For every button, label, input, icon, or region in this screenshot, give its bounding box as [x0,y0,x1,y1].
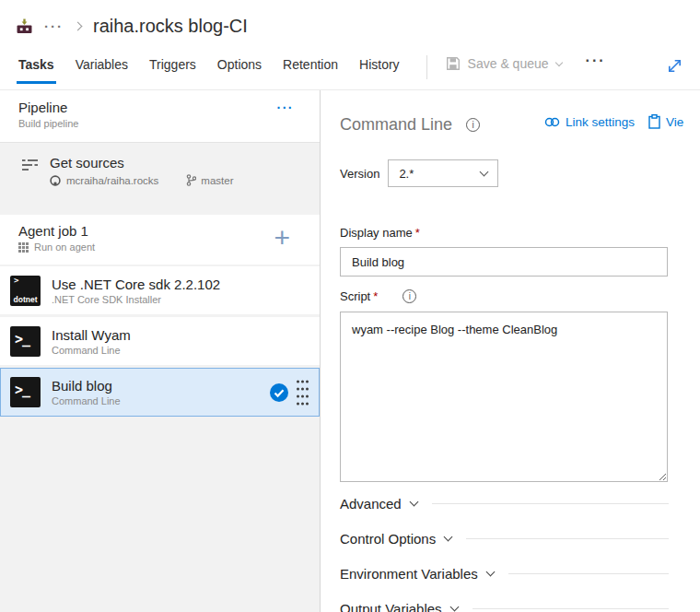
task-drag-handle[interactable] [296,377,309,408]
command-bar: Tasks Variables Triggers Options Retenti… [0,52,700,90]
version-dropdown[interactable]: 2.* [388,159,498,187]
display-name-label: Display name* [340,226,700,240]
pipeline-tree-panel: Pipeline Build pipeline ··· Get sources [0,90,321,612]
link-settings-button[interactable]: Link settings [544,115,635,129]
section-control-options[interactable]: Control Options [340,521,700,556]
terminal-icon: >_ [10,377,41,407]
task-title: Build blog [52,378,266,394]
chevron-down-icon [444,532,453,541]
save-queue-dropdown-chevron-icon[interactable] [554,58,562,65]
breadcrumb: ··· raiha.rocks blog-CI [0,0,700,52]
chevron-down-icon [409,497,418,506]
get-sources-node[interactable]: Get sources mcraiha/raiha.rocks [0,143,320,204]
task-subtitle: Command Line [52,395,266,406]
clipboard-icon [648,114,660,129]
section-output-variables[interactable]: Output Variables [340,591,700,612]
panel-gap [0,204,320,215]
pipeline-more-button[interactable]: ··· [277,101,295,114]
task-type-header: Command Line [340,115,452,135]
fullscreen-button[interactable] [666,57,683,75]
view-yaml-button[interactable]: Vie [648,114,683,129]
tab-tasks[interactable]: Tasks [17,52,56,84]
get-sources-title: Get sources [50,155,234,171]
version-value: 2.* [399,167,414,181]
main-split: Pipeline Build pipeline ··· Get sources [0,90,700,612]
section-environment-variables[interactable]: Environment Variables [340,556,700,591]
section-advanced[interactable]: Advanced [340,486,700,521]
dotnet-icon: > dotnet [10,276,41,306]
script-info-icon[interactable]: i [402,289,416,303]
required-marker: * [415,226,420,240]
display-name-input[interactable] [340,247,668,277]
script-label: Script* [340,289,378,303]
task-row-build-blog[interactable]: >_ Build blog Command Line [0,368,320,417]
section-divider [466,538,669,539]
section-divider [472,608,669,609]
pipeline-title: Pipeline [18,100,305,115]
task-row-dotnet-sdk[interactable]: > dotnet Use .NET Core sdk 2.2.102 .NET … [0,266,320,314]
agent-job-subtitle: Run on agent [34,241,95,253]
script-input[interactable]: wyam --recipe Blog --theme CleanBlog [340,312,668,482]
required-marker: * [373,289,378,303]
save-and-queue-button[interactable]: Save & queue [446,56,562,71]
task-title: Use .NET Core sdk 2.2.102 [52,277,319,292]
task-subtitle: .NET Core SDK Installer [52,294,319,305]
version-label: Version [340,167,379,181]
agent-job-title: Agent job 1 [18,223,305,239]
chevron-down-icon [480,168,489,177]
breadcrumb-more-button[interactable]: ··· [44,19,64,33]
task-selected-check-icon[interactable] [270,383,288,402]
pipeline-subtitle: Build pipeline [18,118,305,129]
save-icon [446,56,461,71]
sources-list-icon [22,159,39,204]
breadcrumb-chevron-icon [74,21,83,30]
page-title: raiha.rocks blog-CI [93,16,248,37]
link-icon [544,116,560,128]
tab-variables[interactable]: Variables [74,52,130,84]
build-definition-icon [17,18,32,34]
chevron-down-icon [485,567,495,576]
more-actions-button[interactable]: ··· [586,53,606,68]
task-subtitle: Command Line [52,345,319,356]
branch-name: master [201,175,233,186]
task-row-install-wyam[interactable]: >_ Install Wyam Command Line [0,317,320,365]
github-icon [50,175,61,186]
section-divider [432,503,669,504]
section-divider [508,573,669,574]
tab-options[interactable]: Options [216,52,263,84]
branch-icon [186,174,196,186]
expand-diagonal-icon [666,57,683,75]
task-title: Install Wyam [52,327,319,343]
task-detail-panel: Command Line i Link settings [321,90,700,612]
chevron-down-icon [449,602,459,611]
pipeline-node[interactable]: Pipeline Build pipeline ··· [0,90,320,143]
pipeline-editor-window: ··· raiha.rocks blog-CI Tasks Variables … [0,0,700,612]
tab-history[interactable]: History [357,52,402,84]
task-info-icon[interactable]: i [466,118,480,132]
add-task-button[interactable]: + [274,224,290,252]
agent-grid-icon [18,242,29,253]
terminal-icon: >_ [10,326,41,357]
tab-retention[interactable]: Retention [281,52,340,84]
tab-triggers[interactable]: Triggers [147,52,198,84]
repository-name: mcraiha/raiha.rocks [66,175,158,186]
toolbar-divider [426,55,427,79]
agent-job-node[interactable]: Agent job 1 Run on agent + [0,215,320,265]
